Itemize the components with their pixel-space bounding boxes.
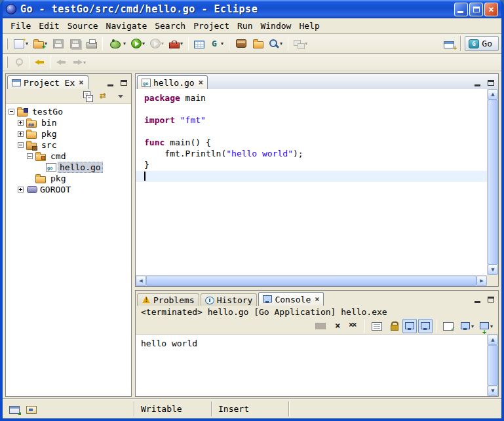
remove-all-launches-button[interactable] <box>347 319 361 333</box>
close-button[interactable]: × <box>484 3 498 16</box>
panel-minimize-button[interactable] <box>104 77 116 88</box>
collapse-icon[interactable] <box>9 109 14 115</box>
link-with-editor-button[interactable] <box>97 89 111 103</box>
code-line[interactable]: fmt.Println("hello world"); <box>144 149 487 160</box>
display-console-button[interactable]: ▾ <box>458 319 476 333</box>
menu-file[interactable]: File <box>7 19 35 33</box>
print-button[interactable] <box>85 37 99 51</box>
tab-problems[interactable]: Problems <box>137 293 199 306</box>
clear-console-button[interactable] <box>368 319 385 333</box>
show-on-output-button[interactable] <box>440 319 457 333</box>
scroll-down-button[interactable]: ▼ <box>488 386 498 396</box>
pin-console-button[interactable] <box>418 319 433 333</box>
editor-horizontal-scrollbar[interactable]: ◀ ▶ <box>136 275 487 286</box>
panel-minimize-button[interactable] <box>471 77 483 88</box>
tab-hello-go[interactable]: hello.go × <box>137 75 208 89</box>
code-line[interactable] <box>144 126 487 137</box>
expand-icon[interactable] <box>18 131 24 137</box>
run-button[interactable]: ▾ <box>129 37 147 51</box>
scrollbar-thumb[interactable] <box>488 345 498 386</box>
scroll-up-button[interactable]: ▲ <box>488 335 498 345</box>
code-line[interactable] <box>144 104 487 115</box>
code-line[interactable]: package main <box>144 93 487 104</box>
go-perspective-button[interactable]: Go <box>465 36 499 51</box>
fast-view-icon[interactable] <box>9 406 20 414</box>
close-icon[interactable]: × <box>79 79 83 86</box>
tree-item-testgo[interactable]: testGo <box>6 106 131 117</box>
menu-navigate[interactable]: Navigate <box>102 19 151 33</box>
open-console-button[interactable]: ▾ <box>477 319 495 333</box>
dropdown-arrow-icon[interactable]: ▾ <box>180 41 183 46</box>
code-line[interactable]: func main() { <box>144 137 487 149</box>
close-icon[interactable]: × <box>199 79 203 86</box>
dropdown-arrow-icon[interactable]: ▾ <box>221 41 223 46</box>
open-perspective-button[interactable] <box>442 37 456 51</box>
tree-item-src[interactable]: src <box>6 139 131 151</box>
dropdown-arrow-icon[interactable]: ▾ <box>280 41 282 46</box>
menu-window[interactable]: Window <box>256 19 295 33</box>
scrollbar-thumb[interactable] <box>146 276 476 286</box>
tab-console[interactable]: Console× <box>258 292 324 306</box>
remove-launch-button[interactable] <box>331 319 345 333</box>
code-line[interactable] <box>136 171 487 182</box>
collapse-icon[interactable] <box>27 153 33 159</box>
dropdown-arrow-icon[interactable]: ▾ <box>123 41 126 46</box>
menu-project[interactable]: Project <box>189 19 233 33</box>
search-button[interactable]: ▾ <box>267 37 284 51</box>
dropdown-arrow-icon[interactable]: ▾ <box>83 60 86 65</box>
new-go-element-button[interactable]: ▾ <box>31 37 49 51</box>
expand-icon[interactable] <box>18 187 24 192</box>
tree-item-bin[interactable]: bin <box>6 117 131 128</box>
collapse-icon[interactable] <box>18 142 24 148</box>
dropdown-arrow-icon[interactable]: ▾ <box>142 41 145 46</box>
scroll-down-button[interactable]: ▼ <box>488 265 498 275</box>
menu-edit[interactable]: Edit <box>35 19 63 33</box>
tab-project-explorer[interactable]: Project Ex × <box>7 75 88 89</box>
dropdown-arrow-icon[interactable]: ▾ <box>471 323 474 329</box>
dropdown-arrow-icon[interactable]: ▾ <box>161 41 164 46</box>
external-tools-button[interactable]: ▾ <box>167 37 185 51</box>
view-menu-button[interactable] <box>113 89 128 103</box>
scroll-right-button[interactable]: ▶ <box>476 276 487 286</box>
panel-maximize-button[interactable] <box>118 77 130 88</box>
code-line[interactable]: } <box>144 160 487 171</box>
minimize-button[interactable] <box>454 3 468 16</box>
close-icon[interactable]: × <box>315 296 319 302</box>
scroll-up-button[interactable]: ▲ <box>488 89 498 100</box>
panel-maximize-button[interactable] <box>485 294 497 304</box>
tree-item-pkg[interactable]: pkg <box>6 128 131 139</box>
word-wrap-button[interactable] <box>402 319 417 333</box>
dropdown-arrow-icon[interactable]: ▾ <box>305 41 307 46</box>
collapse-all-button[interactable] <box>81 89 95 103</box>
editor-vertical-scrollbar[interactable]: ▲ ▼ <box>487 89 498 275</box>
scroll-left-button[interactable]: ◀ <box>136 276 146 286</box>
panel-maximize-button[interactable] <box>485 77 497 88</box>
code-editor[interactable]: package mainimport "fmt"func main() { fm… <box>136 89 487 275</box>
new-wizard-button[interactable]: ▾ <box>11 37 30 51</box>
scrollbar-thumb[interactable] <box>488 100 498 265</box>
menu-help[interactable]: Help <box>295 19 323 33</box>
scroll-lock-button[interactable] <box>387 319 401 333</box>
open-folder-button[interactable] <box>251 37 265 51</box>
debug-button[interactable]: ▾ <box>106 37 128 51</box>
panel-minimize-button[interactable] <box>471 294 483 304</box>
workspace-status-icon[interactable] <box>26 406 37 414</box>
menu-run[interactable]: Run <box>233 19 256 33</box>
console-vertical-scrollbar[interactable]: ▲ ▼ <box>487 335 498 396</box>
console-output[interactable]: hello world <box>136 335 487 396</box>
tree-item-pkg[interactable]: pkg <box>6 173 131 184</box>
new-go-app-button[interactable] <box>192 37 206 51</box>
menu-source[interactable]: Source <box>64 19 102 33</box>
tab-history[interactable]: History <box>201 293 258 306</box>
toolbar-grip[interactable] <box>6 56 8 68</box>
jar-button[interactable] <box>233 37 250 51</box>
menu-search[interactable]: Search <box>151 19 189 33</box>
code-line[interactable]: import "fmt" <box>144 115 487 126</box>
tree-item-hello-go[interactable]: hello.go <box>6 162 131 173</box>
last-edit-location-button[interactable] <box>33 55 47 69</box>
expand-icon[interactable] <box>18 120 24 126</box>
toolbar-grip[interactable] <box>6 38 8 50</box>
go-launch-button[interactable]: ▾ <box>208 37 225 51</box>
tree-item-goroot[interactable]: GOROOT <box>6 184 131 195</box>
tree-item-cmd[interactable]: cmd <box>6 151 131 162</box>
